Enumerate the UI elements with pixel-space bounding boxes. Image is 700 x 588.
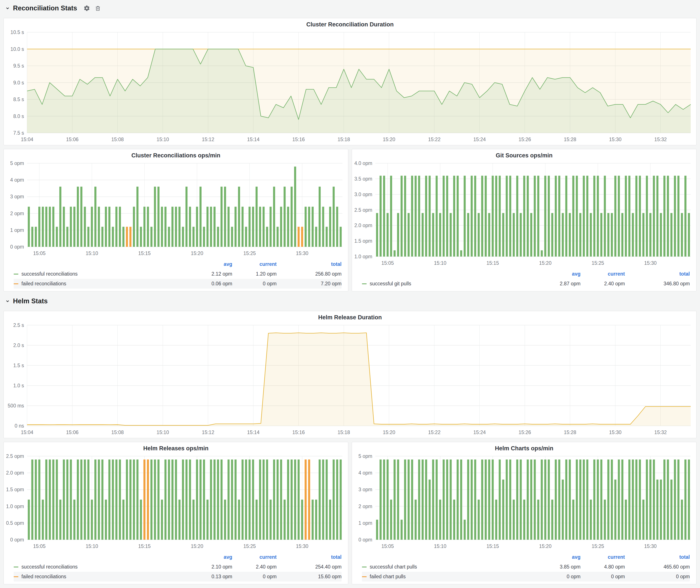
legend-col-header-total[interactable]: total xyxy=(625,554,690,560)
svg-text:15:20: 15:20 xyxy=(539,260,552,266)
legend-value: 0.06 opm xyxy=(188,281,232,287)
panel-title[interactable]: Helm Releases ops/min xyxy=(4,442,348,453)
legend-col-header-current[interactable]: current xyxy=(581,554,625,560)
svg-text:15:28: 15:28 xyxy=(564,137,576,142)
panel-helm-release-duration: Helm Release Duration 15:0415:0615:0815:… xyxy=(3,311,697,438)
legend-header-row: avgcurrenttotal xyxy=(362,552,690,562)
panel-helm-releases-opm: Helm Releases ops/min 15:0515:1015:1515:… xyxy=(3,442,348,584)
legend-series-toggle[interactable]: failed chart pulls xyxy=(362,574,536,580)
legend-row: successful reconciliations2.10 opm2.40 o… xyxy=(14,562,342,572)
panel-title[interactable]: Git Sources ops/min xyxy=(352,149,696,160)
svg-text:15:30: 15:30 xyxy=(296,543,308,549)
panel-title[interactable]: Cluster Reconciliations ops/min xyxy=(4,149,348,160)
section-title[interactable]: Reconciliation Stats xyxy=(13,4,77,12)
chart-git-sources-opm[interactable]: 15:0515:1015:1515:2015:2515:304.0 opm3.5… xyxy=(352,160,696,269)
svg-text:2 opm: 2 opm xyxy=(10,211,24,216)
svg-text:15:25: 15:25 xyxy=(243,543,256,549)
svg-text:15:10: 15:10 xyxy=(86,250,98,256)
legend-value: 0 opm xyxy=(232,574,277,580)
svg-text:15:30: 15:30 xyxy=(296,250,308,256)
legend-value: 2.87 opm xyxy=(536,281,581,287)
svg-text:10.0 s: 10.0 s xyxy=(10,46,24,52)
legend-value: 7.20 opm xyxy=(277,281,342,287)
svg-text:1.0 s: 1.0 s xyxy=(13,383,24,388)
chart-cluster-reconciliations-opm[interactable]: 15:0515:1015:1515:2015:2515:305 opm4 opm… xyxy=(4,160,348,259)
legend-col-header-current[interactable]: current xyxy=(581,271,625,277)
legend-col-header-total[interactable]: total xyxy=(625,271,690,277)
svg-text:1.5 opm: 1.5 opm xyxy=(6,487,24,492)
svg-text:4 opm: 4 opm xyxy=(10,177,24,183)
section-header-reconciliation-stats: Reconciliation Stats xyxy=(3,2,697,14)
svg-text:1.0 opm: 1.0 opm xyxy=(354,254,372,259)
svg-text:15:10: 15:10 xyxy=(434,543,447,549)
svg-text:15:24: 15:24 xyxy=(473,430,486,435)
svg-text:2 opm: 2 opm xyxy=(358,504,372,509)
legend-col-header-avg[interactable]: avg xyxy=(188,261,232,267)
svg-text:15:16: 15:16 xyxy=(292,430,305,435)
legend-col-header-current[interactable]: current xyxy=(232,261,277,267)
chart-helm-charts-opm[interactable]: 15:0515:1015:1515:2015:2515:305 opm4 opm… xyxy=(352,453,696,552)
series-swatch xyxy=(362,567,367,567)
svg-text:15:22: 15:22 xyxy=(428,430,441,435)
legend-series-toggle[interactable]: failed reconciliations xyxy=(14,281,188,287)
svg-text:2.0 opm: 2.0 opm xyxy=(6,470,24,476)
chart-cluster-reconciliation-duration[interactable]: 15:0415:0615:0815:1015:1215:1415:1615:18… xyxy=(4,29,696,145)
svg-text:15:06: 15:06 xyxy=(66,137,79,142)
legend-value: 4.80 opm xyxy=(581,564,625,570)
svg-text:7.5 s: 7.5 s xyxy=(13,130,24,136)
svg-text:15:25: 15:25 xyxy=(243,250,256,256)
legend-header-row: avgcurrenttotal xyxy=(14,552,342,562)
legend-value: 0 opm xyxy=(625,574,690,580)
svg-text:15:20: 15:20 xyxy=(383,430,395,435)
svg-text:15:05: 15:05 xyxy=(33,250,46,256)
gear-icon[interactable] xyxy=(84,5,90,11)
svg-text:15:15: 15:15 xyxy=(138,250,151,256)
svg-text:15:28: 15:28 xyxy=(564,430,576,435)
legend-row: failed chart pulls0 opm0 opm0 opm xyxy=(362,572,690,582)
svg-text:10.5 s: 10.5 s xyxy=(10,29,24,35)
legend-col-header-current[interactable]: current xyxy=(232,554,277,560)
legend-col-header-total[interactable]: total xyxy=(277,261,342,267)
svg-text:15:26: 15:26 xyxy=(519,137,531,142)
panel-title[interactable]: Cluster Reconciliation Duration xyxy=(4,18,696,29)
legend-col-header-total[interactable]: total xyxy=(277,554,342,560)
svg-text:15:30: 15:30 xyxy=(644,260,657,266)
legend-series-toggle[interactable]: failed reconciliations xyxy=(14,574,188,580)
chevron-down-icon[interactable] xyxy=(5,298,10,304)
svg-text:0 ns: 0 ns xyxy=(15,423,24,429)
series-swatch xyxy=(362,283,367,284)
legend-value: 1.20 opm xyxy=(232,271,277,277)
legend-series-toggle[interactable]: successful chart pulls xyxy=(362,564,536,570)
legend-row: successful chart pulls3.85 opm4.80 opm46… xyxy=(362,562,690,572)
svg-text:15:20: 15:20 xyxy=(191,543,203,549)
svg-text:15:10: 15:10 xyxy=(156,430,169,435)
legend-row: successful git pulls2.87 opm2.40 opm346.… xyxy=(362,279,690,289)
legend-col-header-avg[interactable]: avg xyxy=(536,554,581,560)
legend-row: successful reconciliations2.12 opm1.20 o… xyxy=(14,269,342,279)
legend-value: 2.40 opm xyxy=(232,564,277,570)
panel-title[interactable]: Helm Charts ops/min xyxy=(352,442,696,453)
legend-series-toggle[interactable]: successful reconciliations xyxy=(14,271,188,277)
svg-text:15:30: 15:30 xyxy=(644,543,657,549)
legend-col-header-avg[interactable]: avg xyxy=(536,271,581,277)
chevron-down-icon[interactable] xyxy=(5,5,10,11)
series-name: successful git pulls xyxy=(370,281,411,287)
section-title[interactable]: Helm Stats xyxy=(13,297,48,305)
legend-col-header-avg[interactable]: avg xyxy=(188,554,232,560)
svg-text:2.5 opm: 2.5 opm xyxy=(354,207,372,213)
legend-series-toggle[interactable]: successful git pulls xyxy=(362,281,536,287)
svg-text:2.5 s: 2.5 s xyxy=(13,322,24,328)
section-header-helm-stats: Helm Stats xyxy=(3,295,697,307)
legend-value: 15.60 opm xyxy=(277,574,342,580)
svg-text:1 opm: 1 opm xyxy=(10,227,24,233)
trash-icon[interactable] xyxy=(95,5,101,11)
svg-text:15:30: 15:30 xyxy=(609,430,622,435)
series-name: successful chart pulls xyxy=(370,564,417,570)
panel-title[interactable]: Helm Release Duration xyxy=(4,311,696,322)
legend-value: 254.40 opm xyxy=(277,564,342,570)
legend-series-toggle[interactable]: successful reconciliations xyxy=(14,564,188,570)
chart-helm-release-duration[interactable]: 15:0415:0615:0815:1015:1215:1415:1615:18… xyxy=(4,322,696,438)
svg-text:15:24: 15:24 xyxy=(473,137,486,142)
svg-text:15:05: 15:05 xyxy=(381,260,394,266)
chart-helm-releases-opm[interactable]: 15:0515:1015:1515:2015:2515:302.5 opm2.0… xyxy=(4,453,348,552)
